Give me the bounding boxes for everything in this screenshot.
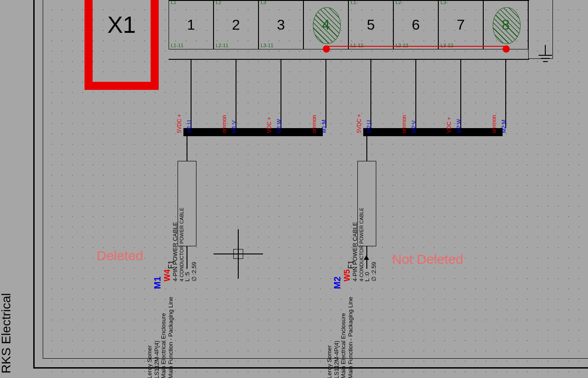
terminal-number: 1	[187, 17, 195, 33]
drop-wire-5	[370, 59, 371, 128]
terminal-topline	[169, 0, 529, 1]
terminal-bottom-label: L3-11	[261, 43, 273, 48]
drop-wire-1	[191, 59, 192, 128]
app-title-sidebar: RKS Electrical	[0, 293, 13, 374]
terminal-cell-6[interactable]: 6L2-L2-12	[393, 0, 438, 49]
terminal-bottom-label: L2-11	[216, 43, 228, 48]
wire-label-red: VDC +	[266, 117, 272, 133]
drop-wire-2	[236, 59, 236, 128]
drop-wire-3	[281, 59, 281, 128]
wire-label-blue: M2:V	[411, 120, 417, 133]
terminal-cell-5[interactable]: 5L1-L1-12	[348, 0, 393, 49]
cable-w5-text: W5 4-PIN POWER CABLE 4 CONDUCTOR POWER C…	[343, 208, 378, 281]
terminal-cell-2[interactable]: 2L2L2-11	[214, 0, 258, 49]
cable-tail-left	[187, 246, 187, 269]
wire-label-red: ommon	[221, 115, 227, 133]
motor-desig-m1: M1	[152, 276, 163, 289]
terminal-number: 8	[502, 17, 510, 33]
drop-wire-6	[415, 59, 416, 128]
cable-stem-left	[187, 136, 187, 161]
motor-m1-info: Leroy Somer LS112M-4P(4) Main Electrical…	[146, 297, 174, 378]
wire-label-blue: M1:W	[276, 119, 282, 133]
terminal-baseline	[169, 59, 529, 60]
wire-label-red: ommon	[491, 115, 497, 133]
terminal-bottom-label: L1-11	[171, 43, 183, 48]
terminal-cell-1[interactable]: 1L1L1-11	[169, 0, 214, 49]
drop-wire-4	[325, 59, 326, 128]
cable-stem-right	[366, 136, 367, 161]
wire-label-red: VDC +	[446, 117, 452, 133]
red-link-wire	[325, 46, 504, 47]
terminal-bottom-label: L2-12	[396, 43, 408, 48]
terminal-cell-4[interactable]: 4	[303, 0, 348, 49]
cursor-crosshair-icon	[214, 229, 263, 279]
motor-m2-info: Leroy Somer LS112M-4P(4) Main Electrical…	[326, 297, 354, 378]
terminal-strip: 1L1L1-112L2L2-113L3L3-1145L1-L1-126L2-L2…	[169, 0, 528, 49]
connector-bar-left[interactable]	[183, 128, 323, 136]
drawing-canvas[interactable]: RKS Electrical X1 1L1L1-112L2L2-113L3L3-…	[0, 0, 588, 378]
terminal-number: 4	[322, 17, 330, 33]
wire-label-blue: M2:U	[366, 120, 372, 133]
terminal-bottom-label: L1-12	[351, 43, 363, 48]
drop-wire-7	[460, 59, 461, 128]
terminal-block-x1[interactable]: X1	[85, 0, 159, 90]
terminal-bottom-label: L3-12	[441, 43, 453, 48]
cable-right-f1: F1	[347, 260, 355, 269]
terminal-number: 2	[232, 17, 240, 33]
wire-label-blue: M2:M	[501, 120, 507, 133]
terminal-cell-7[interactable]: 7L3-L3-12	[438, 0, 483, 49]
wire-label-red: 5VDC +	[356, 114, 362, 133]
terminal-number: 7	[457, 17, 465, 33]
terminal-number: 5	[367, 17, 375, 33]
wire-label-blue: M1:V	[231, 120, 237, 133]
annotation-deleted: Deleted	[97, 248, 143, 263]
terminal-block-label: X1	[107, 11, 136, 38]
wire-label-blue: M1:U	[186, 120, 192, 133]
wire-label-blue: M1:M	[321, 120, 327, 133]
wire-label-red: ommon	[311, 115, 317, 133]
wire-label-red: ommon	[401, 115, 407, 133]
drop-wire-8	[505, 59, 506, 128]
terminal-cell-8[interactable]: 8	[483, 0, 528, 49]
annotation-not-deleted: Not Deleted	[392, 252, 463, 267]
ground-symbol-icon	[539, 45, 552, 63]
wire-label-blue: M2:W	[456, 119, 462, 133]
cable-left-f1: F1	[167, 260, 175, 269]
cable-w4-text: W4 4-PIN POWER CABLE 4 CONDUCTOR POWER C…	[163, 208, 198, 281]
arrow-into-w5	[364, 255, 369, 260]
connector-bar-right[interactable]	[363, 128, 503, 136]
terminal-number: 3	[277, 17, 285, 33]
terminal-number: 6	[412, 17, 420, 33]
wire-label-red: 5VDC +	[176, 114, 183, 133]
motor-desig-m2: M2	[332, 276, 343, 289]
terminal-cell-3[interactable]: 3L3L3-11	[258, 0, 303, 49]
